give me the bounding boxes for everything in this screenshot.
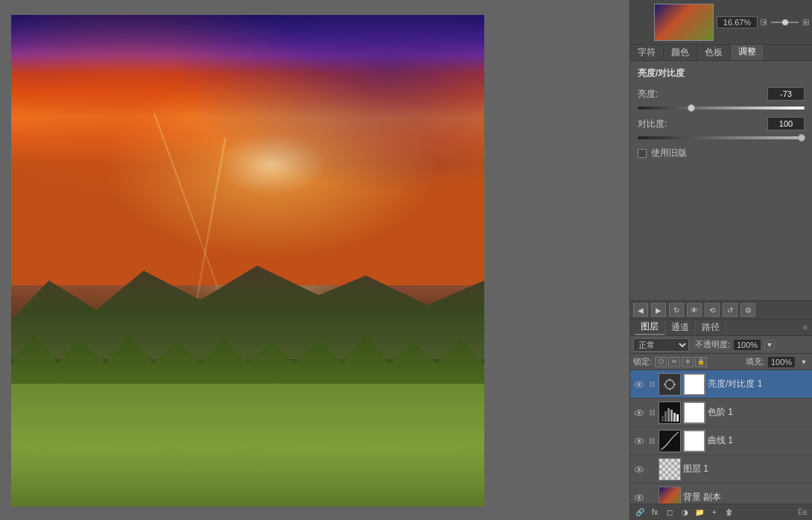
chain-curves: ⛓ [647,437,656,445]
layer-name-layer1: 图层 1 [683,463,809,475]
panel-icon-row: 🔗 fx ◻ ◑ 📁 + 🗑 Ea [630,504,812,520]
add-group-btn[interactable]: 📁 [693,507,706,519]
brightness-thumb[interactable] [688,104,695,112]
fill-input[interactable] [767,356,796,368]
thumb-layer1 [659,458,681,481]
contrast-thumb[interactable] [798,134,805,142]
svg-rect-10 [673,413,676,422]
tab-yanse[interactable]: 颜色 [664,45,697,60]
lock-label: 锁定: [633,356,652,367]
tab-zifu[interactable]: 字符 [630,45,664,60]
thumb-bg-copy [659,486,681,504]
brightness-row: 亮度: [638,87,805,101]
fill-arrow[interactable]: ▼ [799,357,809,367]
eye-curves[interactable] [633,435,645,447]
thumb-curves-mask [683,430,705,452]
eye-brightness[interactable] [633,378,645,390]
legacy-checkbox[interactable] [638,149,647,158]
panel-expand-btn[interactable]: Ea [796,507,809,519]
panel-top: ◀ ▶ [630,0,812,45]
layer-name-levels: 色阶 1 [708,406,809,419]
lock-all-btn[interactable]: 🔒 [695,357,707,367]
thumb-brightness [659,373,681,396]
brightness-input[interactable] [767,87,805,101]
tab-bar: 字符 颜色 色板 调整 [630,45,812,61]
layers-header: 图层 通道 路径 ≡ [630,320,812,336]
adjustment-panel: 亮度/对比度 亮度: 对比度: 使用旧版 [630,61,812,165]
zoom-minus[interactable]: ◀ [761,19,767,25]
back-btn[interactable]: ◀ [633,303,648,317]
add-adjustment-btn[interactable]: ◑ [678,507,691,519]
canvas-area [0,0,629,520]
eye-layer1[interactable] [633,463,645,475]
right-panel: ◀ ▶ 字符 颜色 色板 调整 亮度/对比度 亮度: 对比度: [629,0,812,520]
panel-spacer [630,165,812,299]
svg-rect-11 [676,414,679,422]
tab-paths[interactable]: 路径 [696,320,726,335]
layer-row-levels[interactable]: ⛓ 色阶 1 [630,399,812,427]
chain-levels: ⛓ [647,409,656,416]
lock-position-btn[interactable]: ✛ [682,357,694,367]
layer-thumbnail-top [654,4,714,41]
tab-tiaojing[interactable]: 调整 [731,45,764,60]
contrast-label: 对比度: [638,118,671,130]
layer-row-bg-copy[interactable]: 背景 副本 [630,483,812,504]
legacy-label: 使用旧版 [651,147,687,159]
svg-rect-6 [662,416,664,422]
svg-rect-9 [670,410,673,422]
contrast-slider[interactable] [638,136,805,139]
layer-name-brightness: 亮度/对比度 1 [708,378,809,390]
tab-channels[interactable]: 通道 [665,320,696,335]
tab-layers[interactable]: 图层 [635,320,665,335]
brightness-label: 亮度: [638,88,671,101]
fill-controls: 锁定: ⬡ ✏ ✛ 🔒 填充: ▼ [630,354,812,370]
layers-controls: 正常 不透明度: ▼ [630,336,812,354]
eye-bg-copy[interactable] [633,492,645,504]
add-style-btn[interactable]: fx [648,507,662,519]
bottom-toolbar: ◀ ▶ ↻ 👁 ⟲ ↺ ⚙ [630,300,812,320]
tab-seban[interactable]: 色板 [697,45,731,60]
layer-row-curves[interactable]: ⛓ 曲线 1 [630,427,812,455]
refresh-btn[interactable]: ↻ [669,303,684,317]
opacity-arrow[interactable]: ▼ [764,340,775,350]
opacity-input[interactable] [733,339,761,351]
layers-panel-menu[interactable]: ≡ [803,323,808,332]
blend-mode-select[interactable]: 正常 [633,338,689,352]
zoom-input[interactable] [717,16,758,28]
zoom-slider[interactable] [771,22,799,23]
checkbox-row: 使用旧版 [638,147,805,159]
svg-point-0 [665,380,674,389]
rotate-btn[interactable]: ↺ [723,303,738,317]
fill-label: 填充: [746,356,764,367]
thumb-curves [659,430,681,452]
add-layer-btn[interactable]: + [708,507,721,519]
link-layers-btn[interactable]: 🔗 [633,507,647,519]
svg-rect-8 [667,408,670,422]
adjustment-title: 亮度/对比度 [638,67,805,80]
forward-btn[interactable]: ▶ [651,303,666,317]
settings-btn[interactable]: ⚙ [740,303,755,317]
layer-name-bg-copy: 背景 副本 [683,491,809,504]
contrast-row: 对比度: [638,117,805,130]
layers-list: ⛓ 亮度/对比度 1 [630,370,812,504]
eye-btn-toolbar[interactable]: 👁 [687,303,702,317]
add-mask-btn[interactable]: ◻ [663,507,676,519]
lock-image-btn[interactable]: ✏ [668,357,680,367]
svg-rect-7 [664,411,667,422]
layer-name-curves: 曲线 1 [708,434,809,447]
reset-btn[interactable]: ⟲ [705,303,720,317]
lock-icons: ⬡ ✏ ✛ 🔒 [655,357,743,367]
eye-levels[interactable] [633,407,645,419]
thumb-levels [659,402,681,424]
zoom-plus[interactable]: ▶ [803,19,809,25]
lock-transparent-btn[interactable]: ⬡ [655,357,667,367]
delete-layer-btn[interactable]: 🗑 [723,507,736,519]
thumb-brightness-mask [683,373,705,396]
brightness-slider-row [638,107,805,110]
brightness-slider[interactable] [638,107,805,110]
contrast-slider-row [638,136,805,139]
contrast-input[interactable] [767,117,805,130]
zoom-area: ◀ ▶ [717,16,809,28]
layer-row-brightness[interactable]: ⛓ 亮度/对比度 1 [630,370,812,399]
layer-row-layer1[interactable]: 图层 1 [630,455,812,483]
